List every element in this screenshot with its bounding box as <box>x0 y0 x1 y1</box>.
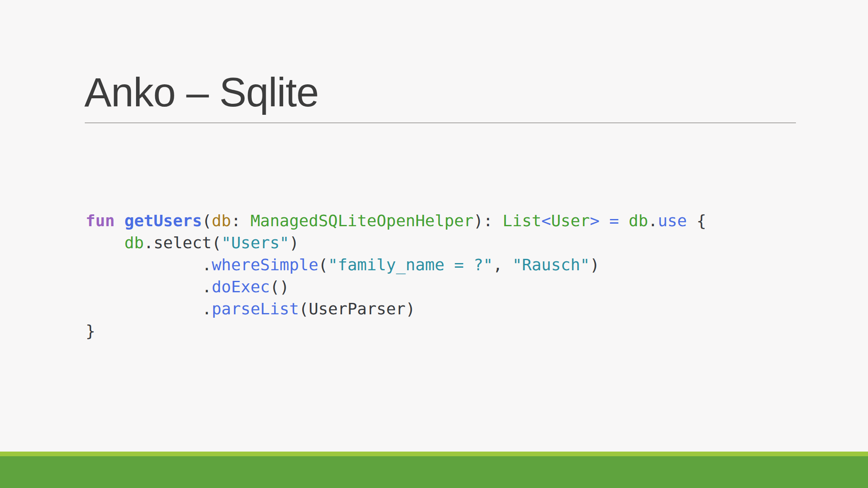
code-token-punct <box>86 233 125 252</box>
code-token-str: "Rausch" <box>512 255 590 274</box>
code-token-punct: ) <box>289 233 299 252</box>
code-token-punct: . <box>86 255 211 274</box>
code-line: .whereSimple("family_name = ?", "Rausch"… <box>86 254 706 276</box>
code-token-meth: parseList <box>211 299 299 318</box>
title-underline <box>85 122 796 123</box>
code-token-punct: . <box>86 277 211 296</box>
code-token-punct: .select( <box>144 233 221 252</box>
code-line: } <box>86 320 706 342</box>
code-line: db.select("Users") <box>86 232 706 254</box>
code-token-meth: whereSimple <box>211 255 318 274</box>
code-token-punct: ) <box>590 255 600 274</box>
code-line: fun getUsers(db: ManagedSQLiteOpenHelper… <box>86 210 706 232</box>
code-token-punct: } <box>86 322 95 340</box>
code-token-type: db <box>125 233 144 252</box>
code-token-type: db <box>629 211 648 230</box>
code-token-punct: ( <box>318 255 328 274</box>
presentation-slide: Anko – Sqlite fun getUsers(db: ManagedSQ… <box>0 0 868 488</box>
code-token-op: < <box>541 211 551 230</box>
code-token-op: > <box>590 211 600 230</box>
code-token-param: db <box>211 211 231 230</box>
code-token-punct: . <box>648 211 658 230</box>
code-token-punct: , <box>493 255 512 274</box>
code-token-punct: . <box>86 299 211 318</box>
code-token-type: ManagedSQLiteOpenHelper <box>250 211 473 230</box>
code-token-meth: use <box>658 211 687 230</box>
code-token-str: "Users" <box>221 233 289 252</box>
code-token-str: "family_name = ?" <box>328 255 493 274</box>
code-token-punct: ): <box>473 211 503 230</box>
slide-title: Anko – Sqlite <box>84 71 319 114</box>
code-token-type: List <box>503 211 542 230</box>
code-token-punct: : <box>231 211 250 230</box>
code-token-punct <box>619 211 629 230</box>
code-token-op: = <box>609 211 619 230</box>
code-line: .parseList(UserParser) <box>86 298 706 320</box>
code-token-punct <box>600 211 609 230</box>
code-line: .doExec() <box>86 276 706 298</box>
code-token-fn: getUsers <box>125 211 202 230</box>
code-token-punct: (UserParser) <box>299 299 415 318</box>
bottom-bar <box>0 456 868 488</box>
code-token-punct <box>115 211 125 230</box>
code-token-punct: () <box>270 277 289 296</box>
code-block: fun getUsers(db: ManagedSQLiteOpenHelper… <box>86 210 706 342</box>
code-token-punct: ( <box>202 211 212 230</box>
code-token-punct: { <box>687 211 707 230</box>
code-token-meth: doExec <box>211 277 270 296</box>
code-token-type: User <box>551 211 590 230</box>
code-token-kw: fun <box>86 211 115 230</box>
bottom-accent-stripe <box>0 452 868 456</box>
